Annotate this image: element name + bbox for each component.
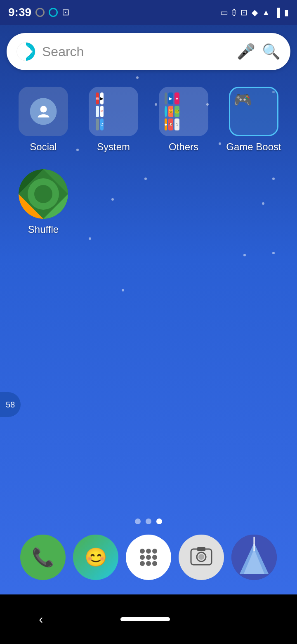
shuffle-label: Shuffle — [28, 224, 59, 235]
screenshot-icon: ⊡ — [62, 7, 69, 18]
svg-point-15 — [152, 561, 157, 566]
dot-10 — [262, 202, 264, 205]
dot-6 — [219, 142, 221, 145]
dot-9 — [111, 198, 114, 201]
system-label: System — [97, 141, 130, 153]
dot-4 — [76, 149, 79, 151]
app-grid: Social ⊖ ▶ M ↺ — [0, 78, 297, 244]
dot-1 — [136, 76, 139, 79]
signal-icon: ▐ — [274, 8, 280, 17]
status-icons: ▭ ₿ ⊡ ◆ ▲ ▐ ▮ — [220, 7, 289, 17]
others-folder-icon: ▶ ♦ 🐱 🐸 ◆ 🐶 ⤵ — [159, 87, 208, 136]
search-bar[interactable]: Search 🎤 🔍 — [7, 33, 290, 70]
svg-point-19 — [198, 554, 204, 560]
notification-bubble[interactable]: 58 — [0, 392, 21, 417]
app-item-game-boost[interactable]: 🎮 Game Boost — [223, 87, 285, 153]
svg-rect-17 — [197, 547, 205, 551]
app-item-others[interactable]: ▶ ♦ 🐱 🐸 ◆ 🐶 ⤵ Others — [153, 87, 214, 153]
contacts-icon: 😊 — [85, 547, 107, 568]
dot-11 — [89, 237, 91, 240]
cast-icon: ▭ — [220, 7, 228, 17]
svg-point-6 — [34, 185, 52, 203]
dock: 📞 😊 — [0, 520, 297, 594]
bluetooth-icon: ₿ — [232, 8, 236, 17]
svg-point-10 — [140, 555, 145, 560]
svg-point-8 — [146, 549, 151, 554]
circle-indicator-2 — [49, 8, 58, 17]
battery-icon: ▮ — [284, 7, 289, 17]
app-item-social[interactable]: Social — [12, 87, 74, 153]
status-left: 9:39 ⊡ — [8, 6, 69, 19]
others-label: Others — [169, 141, 198, 153]
svg-point-9 — [152, 549, 157, 554]
dot-14 — [122, 289, 124, 291]
status-time: 9:39 — [8, 6, 31, 19]
nav-bar: ‹ ◻ — [0, 594, 297, 644]
dock-contacts[interactable]: 😊 — [73, 535, 118, 580]
dock-planner[interactable] — [231, 535, 277, 580]
dot-12 — [272, 252, 275, 254]
dot-3 — [206, 103, 209, 106]
assist-icon: ◆ — [252, 7, 258, 17]
notification-count: 58 — [6, 400, 15, 410]
social-folder-icon — [19, 87, 68, 136]
shuffle-icon — [19, 169, 68, 219]
google-logo-icon — [16, 42, 35, 61]
status-bar: 9:39 ⊡ ▭ ₿ ⊡ ◆ ▲ ▐ ▮ — [0, 0, 297, 25]
app-item-shuffle[interactable]: Shuffle — [12, 169, 74, 235]
game-boost-folder-icon: 🎮 — [229, 87, 278, 136]
game-boost-label: Game Boost — [226, 141, 281, 153]
dot-13 — [243, 254, 246, 256]
vibrate-icon: ⊡ — [240, 7, 248, 17]
camera-icon — [189, 545, 214, 570]
search-glass-icon[interactable]: 🔍 — [262, 43, 280, 60]
social-label: Social — [30, 141, 57, 153]
dock-camera[interactable] — [179, 535, 224, 580]
launcher-grid-icon — [136, 545, 161, 570]
dock-launcher[interactable] — [126, 535, 171, 580]
app-item-system[interactable]: ⊖ ▶ M ↺ System — [82, 87, 144, 153]
svg-point-2 — [21, 47, 31, 57]
phone-icon: 📞 — [32, 547, 54, 568]
dot-8 — [155, 103, 157, 106]
dot-5 — [144, 178, 147, 180]
home-indicator[interactable] — [120, 617, 170, 621]
svg-point-13 — [140, 561, 145, 566]
planner-icon — [231, 535, 277, 580]
back-button[interactable]: ‹ — [39, 612, 43, 626]
system-folder-icon: ⊖ ▶ M ↺ — [89, 87, 138, 136]
dot-7 — [272, 178, 275, 180]
svg-point-3 — [40, 106, 47, 112]
svg-point-11 — [146, 555, 151, 560]
search-placeholder: Search — [42, 44, 230, 59]
circle-indicator-1 — [35, 8, 45, 17]
svg-point-14 — [146, 561, 151, 566]
mic-icon[interactable]: 🎤 — [237, 43, 255, 60]
search-bar-container: Search 🎤 🔍 — [0, 25, 297, 78]
svg-point-12 — [152, 555, 157, 560]
svg-point-7 — [140, 549, 145, 554]
dock-phone[interactable]: 📞 — [20, 535, 66, 580]
wifi-icon: ▲ — [262, 8, 270, 17]
